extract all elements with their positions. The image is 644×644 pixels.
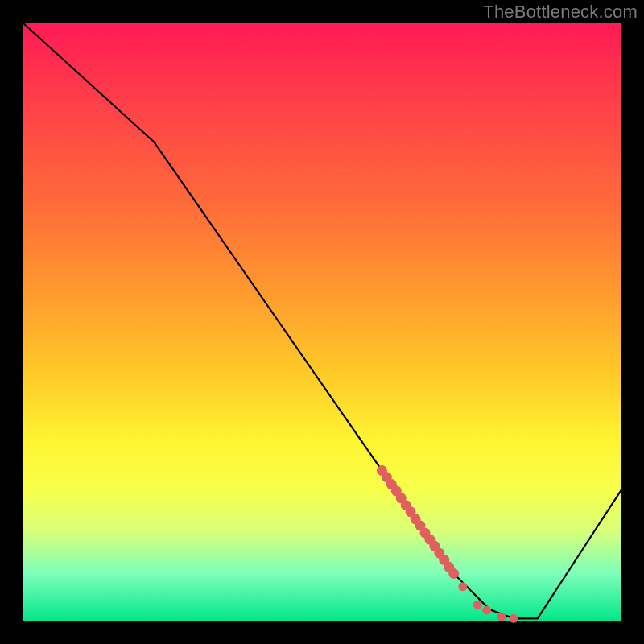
highlight-dot [497, 613, 506, 621]
highlight-dot [482, 605, 491, 614]
curve-svg [23, 23, 621, 621]
highlight-dot [458, 582, 467, 591]
highlight-dot [473, 601, 482, 609]
plot-area [23, 23, 621, 621]
highlight-dot [448, 568, 459, 579]
attribution-text: TheBottleneck.com [483, 2, 638, 23]
highlight-dots [377, 465, 518, 623]
chart-frame: TheBottleneck.com [0, 0, 644, 644]
bottleneck-curve [23, 23, 621, 618]
highlight-dot [510, 614, 518, 623]
